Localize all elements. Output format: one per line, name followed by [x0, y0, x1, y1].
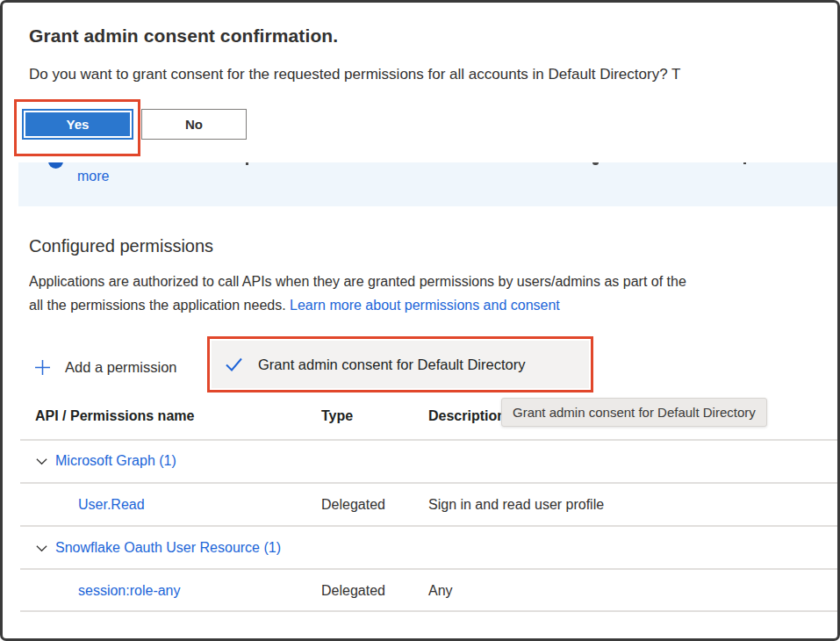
group-row-snowflake-oauth[interactable]: Snowflake Oauth User Resource (1): [35, 540, 281, 556]
section-description: Applications are authorized to call APIs…: [29, 270, 837, 317]
permission-link-user-read[interactable]: User.Read: [78, 497, 145, 513]
divider: [20, 610, 837, 612]
divider: [20, 439, 837, 441]
column-header-type: Type: [321, 408, 353, 424]
more-link[interactable]: more: [77, 169, 109, 184]
permission-type: Delegated: [321, 583, 385, 599]
group-link-microsoft-graph[interactable]: Microsoft Graph (1): [55, 453, 176, 469]
grant-admin-consent-button[interactable]: Grant admin consent for Default Director…: [212, 341, 589, 388]
column-header-description: Description: [428, 408, 506, 424]
permission-link-session-role-any[interactable]: session:role-any: [78, 583, 181, 599]
section-description-line2: all the permissions the application need…: [29, 293, 837, 317]
permission-type: Delegated: [321, 497, 385, 513]
clipped-text-fragment: [246, 162, 248, 165]
plus-icon: [34, 359, 51, 376]
clipped-text-fragment: [592, 162, 599, 165]
no-button[interactable]: No: [141, 109, 247, 140]
section-heading: Configured permissions: [29, 236, 213, 256]
tooltip: Grant admin consent for Default Director…: [501, 398, 767, 427]
group-link-snowflake-oauth[interactable]: Snowflake Oauth User Resource (1): [55, 540, 281, 556]
grant-admin-consent-label: Grant admin consent for Default Director…: [258, 357, 525, 373]
dialog-title: Grant admin consent confirmation.: [29, 25, 338, 47]
clipped-text-fragment: [743, 162, 746, 164]
divider: [20, 482, 837, 484]
screenshot-frame: Grant admin consent confirmation. Do you…: [0, 0, 840, 641]
column-header-api-permissions-name: API / Permissions name: [35, 408, 194, 424]
dialog-message: Do you want to grant consent for the req…: [29, 66, 837, 83]
group-row-microsoft-graph[interactable]: Microsoft Graph (1): [35, 453, 176, 469]
divider: [20, 525, 837, 527]
permission-description: Sign in and read user profile: [428, 497, 604, 513]
divider: [20, 568, 837, 570]
permission-description: Any: [428, 583, 453, 599]
section-description-line1: Applications are authorized to call APIs…: [29, 270, 837, 293]
add-permission-label: Add a permission: [65, 359, 176, 376]
info-icon: [48, 162, 63, 169]
chevron-down-icon[interactable]: [35, 455, 48, 468]
learn-more-link[interactable]: Learn more about permissions and consent: [290, 298, 560, 313]
info-banner: more: [18, 162, 837, 206]
yes-button[interactable]: Yes: [22, 109, 133, 140]
check-icon: [225, 357, 243, 372]
section-description-line2-text: all the permissions the application need…: [29, 298, 290, 313]
chevron-down-icon[interactable]: [35, 542, 48, 555]
add-permission-button[interactable]: Add a permission: [34, 352, 176, 382]
